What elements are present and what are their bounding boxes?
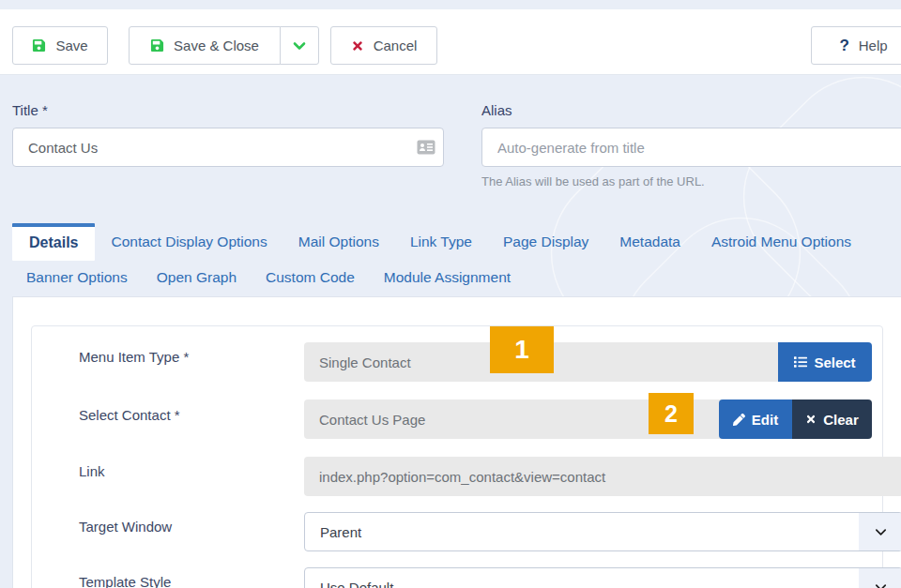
cancel-button[interactable]: Cancel (330, 26, 437, 65)
cancel-button-label: Cancel (374, 38, 418, 53)
target-window-label: Target Window (79, 519, 172, 535)
template-style-select[interactable]: Use Default (304, 567, 901, 588)
title-label: Title * (12, 102, 48, 118)
save-and-close-button[interactable]: Save & Close (129, 26, 281, 65)
save-and-close-button-label: Save & Close (174, 38, 259, 53)
menu-item-type-value: Single Contact (319, 354, 411, 370)
tab-details[interactable]: Details (12, 223, 95, 261)
step-badge-2: 2 (649, 393, 694, 434)
form-card: Menu Item Type * Single Contact 1 Select… (31, 325, 883, 588)
menu-item-type-field: Single Contact (304, 342, 809, 382)
chevron-down-icon (859, 568, 901, 588)
step-badge-1-number: 1 (514, 335, 529, 365)
tabs-row-2: Banner Options Open Graph Custom Code Mo… (26, 267, 511, 288)
alias-help-text: The Alias will be used as part of the UR… (481, 174, 705, 188)
toolbar: Save Save & Close Cancel ? Help (0, 9, 901, 75)
tab-banner-options[interactable]: Banner Options (26, 269, 128, 286)
tab-module-assignment[interactable]: Module Assignment (384, 269, 511, 286)
menu-item-type-label: Menu Item Type * (79, 349, 189, 365)
clear-contact-button[interactable]: Clear (792, 400, 872, 439)
link-field: index.php?option=com_contact&view=contac… (304, 457, 901, 496)
help-button[interactable]: ? Help (811, 26, 901, 65)
template-style-value: Use Default (305, 580, 859, 588)
save-icon (32, 38, 46, 53)
save-icon (150, 38, 164, 53)
chevron-down-icon (292, 38, 307, 53)
alias-input[interactable] (481, 128, 901, 167)
edit-contact-button[interactable]: Edit (719, 400, 792, 439)
tab-metadata[interactable]: Metadata (619, 234, 680, 250)
tab-page-display[interactable]: Page Display (503, 234, 588, 250)
link-value: index.php?option=com_contact&view=contac… (319, 469, 605, 485)
help-question-icon: ? (839, 37, 848, 55)
select-contact-value: Contact Us Page (319, 412, 425, 428)
save-button[interactable]: Save (12, 26, 108, 65)
step-badge-1: 1 (490, 326, 554, 373)
chevron-down-icon (859, 513, 901, 550)
save-options-dropdown-button[interactable] (280, 26, 319, 65)
tab-astroid-menu-options[interactable]: Astroid Menu Options (711, 234, 851, 250)
menu-item-edit-page: Save Save & Close Cancel ? Help Title * … (0, 0, 901, 588)
contact-card-icon (417, 140, 435, 155)
clear-x-icon (805, 414, 817, 425)
cancel-x-icon (351, 39, 364, 53)
tabs-row-1: Details Contact Display Options Mail Opt… (12, 224, 851, 260)
step-badge-2-number: 2 (664, 400, 678, 428)
pencil-icon (733, 414, 745, 426)
title-input[interactable] (12, 128, 444, 167)
select-button-label: Select (814, 354, 855, 370)
tab-custom-code[interactable]: Custom Code (266, 269, 355, 286)
select-contact-label: Select Contact * (79, 407, 180, 423)
target-window-select[interactable]: Parent (304, 512, 901, 551)
list-icon (794, 355, 807, 369)
tab-mail-options[interactable]: Mail Options (298, 234, 379, 250)
tab-contact-display-options[interactable]: Contact Display Options (111, 234, 267, 250)
help-button-label: Help (859, 38, 888, 53)
tab-open-graph[interactable]: Open Graph (157, 269, 237, 286)
save-button-label: Save (55, 38, 87, 53)
select-menu-item-type-button[interactable]: Select (778, 342, 872, 382)
alias-label: Alias (481, 102, 512, 118)
clear-button-label: Clear (823, 412, 859, 428)
template-style-label: Template Style (79, 574, 171, 588)
edit-button-label: Edit (752, 412, 778, 428)
tab-link-type[interactable]: Link Type (410, 234, 472, 250)
link-label: Link (79, 463, 105, 479)
target-window-value: Parent (305, 524, 859, 540)
